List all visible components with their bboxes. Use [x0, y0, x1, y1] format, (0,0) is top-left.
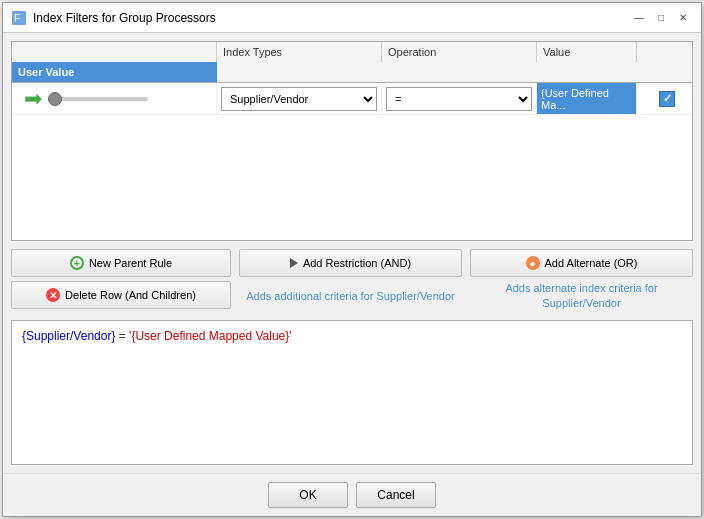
- window-icon: F: [11, 10, 27, 26]
- user-value-cell[interactable]: ✓: [637, 83, 692, 114]
- svg-text:F: F: [14, 13, 20, 24]
- orange-circle-icon: ●: [526, 256, 540, 270]
- value-display: {User Defined Ma...: [537, 83, 636, 114]
- row-controls: ➡: [18, 88, 154, 110]
- checkmark-icon: ✓: [663, 92, 672, 105]
- add-restriction-button[interactable]: Add Restriction (AND): [239, 249, 462, 277]
- formula-area: {Supplier/Vendor} = '{User Defined Mappe…: [11, 320, 693, 465]
- minimize-button[interactable]: —: [629, 9, 649, 27]
- add-alternate-help-wrapper: Adds alternate index criteria for Suppli…: [470, 281, 693, 312]
- add-alternate-label: Add Alternate (OR): [545, 257, 638, 269]
- ok-button[interactable]: OK: [268, 482, 348, 508]
- formula-display: {Supplier/Vendor} = '{User Defined Mappe…: [22, 329, 292, 343]
- close-button[interactable]: ✕: [673, 9, 693, 27]
- delete-row-button[interactable]: ✕ Delete Row (And Children): [11, 281, 231, 309]
- plus-circle-icon: +: [70, 256, 84, 270]
- add-alternate-button[interactable]: ● Add Alternate (OR): [470, 249, 693, 277]
- operation-select[interactable]: =: [386, 87, 532, 111]
- index-type-cell: Supplier/Vendor: [217, 83, 382, 114]
- add-restriction-label: Add Restriction (AND): [303, 257, 411, 269]
- buttons-area: + New Parent Rule Add Restriction (AND) …: [11, 247, 693, 314]
- slider-thumb: [48, 92, 62, 106]
- row-controls-cell: ➡: [12, 83, 217, 114]
- title-bar-controls: — □ ✕: [629, 9, 693, 27]
- table-header: Index Types Operation Value User Value: [12, 42, 692, 83]
- main-window: F Index Filters for Group Processors — □…: [2, 2, 702, 517]
- add-restriction-help: Adds additional criteria for Supplier/Ve…: [246, 289, 455, 304]
- table-body: ➡ Supplier/Vendor: [12, 83, 692, 241]
- col-header-user-value: User Value: [12, 62, 217, 82]
- cancel-button[interactable]: Cancel: [356, 482, 436, 508]
- col-header-index-types: Index Types: [217, 42, 382, 62]
- delete-row-btn-wrapper: ✕ Delete Row (And Children): [11, 281, 231, 312]
- footer: OK Cancel: [3, 473, 701, 516]
- filter-table: Index Types Operation Value User Value ➡: [11, 41, 693, 241]
- play-icon: [290, 258, 298, 268]
- col-header-controls: [12, 42, 217, 62]
- new-parent-rule-button[interactable]: + New Parent Rule: [11, 249, 231, 277]
- row-arrow-icon: ➡: [24, 88, 42, 110]
- content-area: Index Types Operation Value User Value ➡: [3, 33, 701, 473]
- col-header-operation: Operation: [382, 42, 537, 62]
- formula-value-part: '{User Defined Mapped Value}': [129, 329, 291, 343]
- add-restriction-btn-wrapper: Add Restriction (AND): [239, 249, 462, 277]
- window-title: Index Filters for Group Processors: [33, 11, 216, 25]
- formula-equals: =: [115, 329, 129, 343]
- formula-vendor-part: {Supplier/Vendor}: [22, 329, 115, 343]
- user-value-checkbox[interactable]: ✓: [659, 91, 675, 107]
- title-bar: F Index Filters for Group Processors — □…: [3, 3, 701, 33]
- x-circle-icon: ✕: [46, 288, 60, 302]
- new-parent-rule-label: New Parent Rule: [89, 257, 172, 269]
- add-alternate-help: Adds alternate index criteria for Suppli…: [470, 281, 693, 312]
- add-restriction-help-wrapper: Adds additional criteria for Supplier/Ve…: [239, 281, 462, 312]
- operation-cell: =: [382, 83, 537, 114]
- maximize-button[interactable]: □: [651, 9, 671, 27]
- row-slider[interactable]: [48, 97, 148, 101]
- title-bar-left: F Index Filters for Group Processors: [11, 10, 216, 26]
- delete-row-label: Delete Row (And Children): [65, 289, 196, 301]
- value-cell[interactable]: {User Defined Ma...: [537, 83, 637, 114]
- index-type-select[interactable]: Supplier/Vendor: [221, 87, 377, 111]
- add-alternate-btn-wrapper: ● Add Alternate (OR): [470, 249, 693, 277]
- new-parent-rule-btn-wrapper: + New Parent Rule: [11, 249, 231, 277]
- col-header-value: Value: [537, 42, 637, 62]
- table-row: ➡ Supplier/Vendor: [12, 83, 692, 115]
